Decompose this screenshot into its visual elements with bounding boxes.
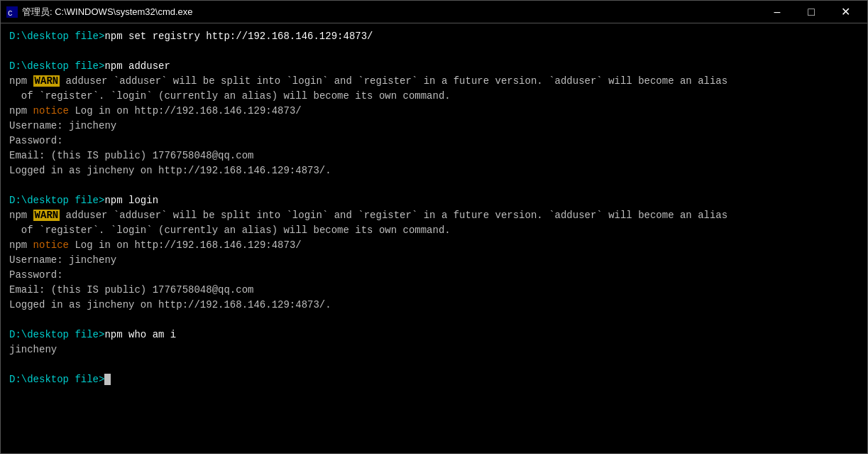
terminal-line: D:\desktop file>npm who am i [9,328,859,342]
cmd-window: C 管理员: C:\WINDOWS\system32\cmd.exe – □ ✕… [0,0,868,454]
terminal-line: Email: (this IS public) 1776758048@qq.co… [9,148,859,163]
terminal-line: npm WARN adduser `adduser` will be split… [9,208,859,223]
terminal-line [9,357,859,372]
maximize-button[interactable]: □ [795,1,828,23]
close-button[interactable]: ✕ [829,1,862,23]
title-bar: C 管理员: C:\WINDOWS\system32\cmd.exe – □ ✕ [1,1,867,23]
title-bar-buttons: – □ ✕ [761,1,862,23]
terminal-line: D:\desktop file>npm set registry http://… [9,29,859,44]
terminal-line: D:\desktop file>npm adduser [9,59,859,74]
terminal-line: npm notice Log in on http://192.168.146.… [9,238,859,253]
svg-text:C: C [8,9,13,18]
terminal-body[interactable]: D:\desktop file>npm set registry http://… [1,23,867,453]
terminal-line: Email: (this IS public) 1776758048@qq.co… [9,283,859,298]
terminal-line: npm WARN adduser `adduser` will be split… [9,74,859,89]
terminal-line: of `register`. `login` (currently an ali… [9,223,859,238]
terminal-line: Logged in as jincheny on http://192.168.… [9,163,859,178]
terminal-line: of `register`. `login` (currently an ali… [9,89,859,104]
terminal-line: D:\desktop file>npm login [9,193,859,208]
terminal-line: D:\desktop file> [9,372,859,387]
terminal-line [9,178,859,193]
terminal-line [9,313,859,328]
title-bar-text: 管理员: C:\WINDOWS\system32\cmd.exe [22,6,761,18]
minimize-button[interactable]: – [761,1,793,23]
terminal-line: npm notice Log in on http://192.168.146.… [9,104,859,119]
terminal-line: Username: jincheny [9,253,859,268]
terminal-line: Password: [9,268,859,283]
terminal-line [9,44,859,59]
terminal-line: jincheny [9,342,859,357]
terminal-line: Logged in as jincheny on http://192.168.… [9,298,859,313]
cmd-icon: C [6,6,18,18]
terminal-line: Password: [9,134,859,148]
terminal-line: Username: jincheny [9,119,859,134]
